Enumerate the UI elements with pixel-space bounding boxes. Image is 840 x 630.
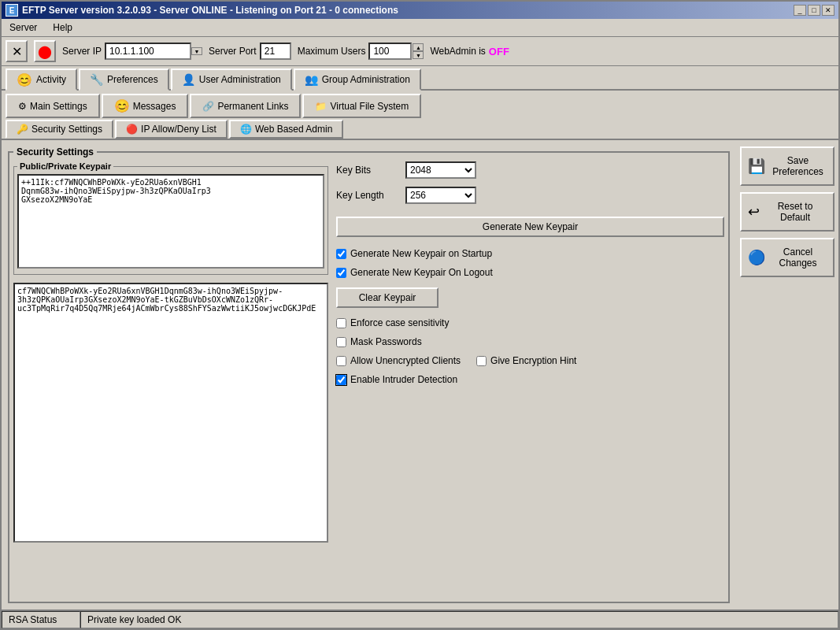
save-preferences-button[interactable]: 💾 Save Preferences [740,146,834,186]
right-panel: 💾 Save Preferences ↩ Reset to Default 🔵 … [736,140,838,610]
toolbar-stop-btn[interactable]: ⬤ [34,40,56,62]
virtual-fs-label: Virtual File System [330,101,409,112]
generate-keypair-button[interactable]: Generate New Keypair [336,217,724,237]
checkbox-gen-logout-row: Generate New Keypair On Logout [336,267,724,278]
tab-user-admin-label: User Administration [199,74,281,85]
reset-to-default-button[interactable]: ↩ Reset to Default [740,192,834,232]
webadmin-label: WebAdmin is [430,46,485,57]
checkbox-mask-passwords-row: Mask Passwords [336,336,724,347]
server-ip-section: Server IP ▼ [62,43,202,60]
nav-messages[interactable]: 😊 Messages [102,94,189,118]
server-port-section: Server Port [209,43,291,60]
preferences-icon: 🔧 [90,73,103,86]
max-users-label: Maximum Users [298,46,366,57]
virtual-fs-icon: 📁 [315,101,327,112]
server-ip-input[interactable] [105,43,191,60]
menu-server[interactable]: Server [6,20,41,35]
activity-icon: 😊 [17,72,32,87]
main-panel: Security Settings Public/Private Keypair [2,140,736,610]
checkbox-give-hint-inline: Give Encryption Hint [476,355,576,366]
nav-web-based-admin[interactable]: 🌐 Web Based Admin [229,120,344,139]
checkbox-gen-startup-row: Generate New Keypair on Startup [336,248,724,259]
max-users-input[interactable] [368,43,412,60]
max-users-group: ▲ ▼ [368,43,424,60]
checkbox-give-hint[interactable] [476,356,487,366]
title-bar-left: E EFTP Server version 3.2.0.93 - Server … [6,4,398,17]
save-icon: 💾 [748,158,765,175]
checkbox-mask-passwords-label: Mask Passwords [350,336,422,347]
messages-label: Messages [133,101,176,112]
nav-security-settings[interactable]: 🔑 Security Settings [6,120,113,139]
app-icon: E [6,4,18,17]
checkbox-allow-unencrypted[interactable] [336,356,346,366]
nav-row2: 🔑 Security Settings 🔴 IP Allow/Deny List… [2,118,838,140]
web-admin-label: Web Based Admin [255,124,333,135]
checkbox-allow-unencrypted-inline: Allow Unencrypted Clients [336,355,461,366]
close-button[interactable]: ✕ [822,5,834,16]
nav-permanent-links[interactable]: 🔗 Permanent Links [190,94,301,118]
key-length-select[interactable]: 128 256 512 [405,187,476,204]
status-value: Private key loaded OK [80,611,838,628]
key-length-label: Key Length [336,190,399,201]
nav-ip-allow-deny[interactable]: 🔴 IP Allow/Deny List [115,120,228,139]
checkbox-intruder-detection-row: Enable Intruder Detection [336,374,724,385]
menu-help[interactable]: Help [49,20,76,35]
max-users-up[interactable]: ▲ [413,43,424,51]
permanent-links-label: Permanent Links [217,101,288,112]
tab-activity[interactable]: 😊 Activity [6,69,77,91]
ip-dropdown-arrow[interactable]: ▼ [191,47,202,55]
save-label: Save Preferences [769,155,827,177]
tab-preferences[interactable]: 🔧 Preferences [79,69,169,91]
checkbox-enforce-case-row: Enforce case sensitivity [336,317,724,328]
cancel-changes-button[interactable]: 🔵 Cancel Changes [740,238,834,277]
tab-activity-label: Activity [36,74,66,85]
server-port-label: Server Port [209,46,257,57]
group-admin-icon: 👥 [305,73,318,86]
checkbox-intruder-detection[interactable] [336,375,346,385]
cancel-label: Cancel Changes [769,246,827,269]
title-buttons: _ □ ✕ [794,5,834,16]
tab-preferences-label: Preferences [107,74,158,85]
checkbox-gen-logout-label: Generate New Keypair On Logout [350,267,493,278]
nav-main-settings[interactable]: ⚙ Main Settings [6,94,100,118]
cancel-icon: 🔵 [748,249,765,266]
toolbar-close-btn[interactable]: ✕ [6,40,28,62]
checkbox-enforce-case-label: Enforce case sensitivity [350,317,449,328]
checkbox-gen-logout[interactable] [336,268,346,278]
clear-keypair-button[interactable]: Clear Keypair [336,287,439,308]
checkbox-mask-passwords[interactable] [336,337,346,347]
security-settings-group-label: Security Settings [13,146,97,158]
checkbox-intruder-detection-label: Enable Intruder Detection [350,374,457,385]
keypair-group-label: Public/Private Keypair [17,161,113,171]
tab-user-admin[interactable]: 👤 User Administration [171,69,292,91]
status-bar: RSA Status Private key loaded OK [2,610,838,628]
web-admin-icon: 🌐 [240,124,252,135]
permanent-links-icon: 🔗 [202,101,214,112]
reset-icon: ↩ [748,203,760,220]
security-settings-label: Security Settings [31,124,102,135]
keypair-textarea-1[interactable] [17,174,324,269]
minimize-button[interactable]: _ [794,5,806,16]
maximize-button[interactable]: □ [808,5,820,16]
main-tabs: 😊 Activity 🔧 Preferences 👤 User Administ… [2,66,838,91]
toolbar: ✕ ⬤ Server IP ▼ Server Port Maximum User… [2,37,838,66]
tab-group-admin[interactable]: 👥 Group Administration [294,69,421,91]
server-ip-dropdown[interactable]: ▼ [105,43,202,60]
checkbox-enforce-case[interactable] [336,318,346,328]
server-port-input[interactable] [260,43,291,60]
checkbox-gen-startup[interactable] [336,249,346,259]
keypair-textarea-2[interactable] [13,283,328,543]
key-bits-label: Key Bits [336,165,399,176]
main-window: E EFTP Server version 3.2.0.93 - Server … [0,0,840,630]
nav-virtual-fs[interactable]: 📁 Virtual File System [302,94,421,118]
tab-group-admin-label: Group Administration [322,74,410,85]
user-admin-icon: 👤 [182,73,195,86]
max-users-section: Maximum Users ▲ ▼ [298,43,424,60]
security-inner: Public/Private Keypair Key Bits 1024 204… [13,161,724,543]
menu-bar: Server Help [2,19,838,37]
main-settings-label: Main Settings [30,101,87,112]
window-title: EFTP Server version 3.2.0.93 - Server ON… [22,5,398,16]
key-bits-select[interactable]: 1024 2048 4096 [405,161,476,179]
security-icon: 🔑 [17,124,28,135]
max-users-down[interactable]: ▼ [413,51,424,59]
